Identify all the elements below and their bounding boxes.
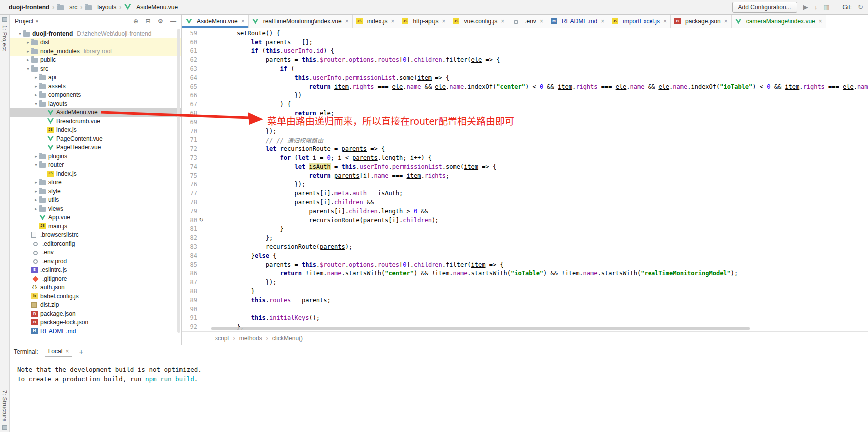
tab-close-icon[interactable]: ×: [241, 18, 245, 25]
tree-item[interactable]: bbabel.config.js: [10, 292, 181, 301]
chevron-down-icon[interactable]: ▾: [17, 31, 23, 36]
tree-item[interactable]: ▸utils: [10, 196, 181, 205]
tree-item[interactable]: ▸views: [10, 204, 181, 213]
tree-item[interactable]: PageContent.vue: [10, 134, 181, 143]
tab-close-icon[interactable]: ×: [540, 18, 543, 25]
code-line[interactable]: 87 });: [182, 278, 868, 287]
tab-close-icon[interactable]: ×: [724, 18, 728, 25]
editor-tab[interactable]: JSindex.js×: [353, 15, 399, 28]
tree-item[interactable]: ▸store: [10, 178, 181, 187]
tree-item[interactable]: ▾duoji-frontendD:\zheheWeb\duoji-fronten…: [10, 29, 181, 38]
chevron-right-icon[interactable]: ▸: [33, 180, 39, 185]
settings-icon[interactable]: ⚙: [158, 18, 163, 25]
collapse-all-icon[interactable]: ⊟: [145, 18, 150, 25]
code-line[interactable]: 65 return item.rights === ele.name && el…: [182, 82, 868, 91]
tab-close-icon[interactable]: ×: [601, 18, 604, 25]
chevron-right-icon[interactable]: ▸: [33, 197, 39, 202]
tree-item[interactable]: .editorconfig: [10, 239, 181, 248]
code-line[interactable]: 60 let parents = [];: [182, 38, 868, 47]
code-line[interactable]: 75 return parents[i].name === item.right…: [182, 171, 868, 180]
code-line[interactable]: 62 parents = this.$router.options.routes…: [182, 55, 868, 64]
editor-breadcrumb-item[interactable]: clickMenu(): [272, 335, 303, 342]
chevron-right-icon[interactable]: ▸: [25, 57, 31, 62]
tree-item[interactable]: Breadcrumb.vue: [10, 117, 181, 126]
tree-item[interactable]: .env.prod: [10, 257, 181, 266]
code-line[interactable]: 76 });: [182, 180, 868, 189]
project-view-selector[interactable]: Project ▾: [15, 18, 38, 25]
chevron-down-icon[interactable]: ▾: [33, 101, 39, 106]
editor-breadcrumb-item[interactable]: script: [215, 335, 229, 342]
horizontal-scrollbar[interactable]: [211, 327, 750, 330]
new-terminal-button[interactable]: +: [79, 347, 83, 356]
tree-item[interactable]: App.vue: [10, 213, 181, 222]
editor-tab[interactable]: MREADME.md×: [547, 15, 608, 28]
chevron-right-icon[interactable]: ▸: [25, 49, 31, 54]
code-line[interactable]: 86 return !item.name.startsWith("center"…: [182, 269, 868, 278]
project-tool-window-button[interactable]: 1: Project: [2, 25, 8, 51]
tree-item[interactable]: JSmain.js: [10, 222, 181, 231]
code-line[interactable]: 78 parents[i].children &&: [182, 198, 868, 207]
tab-close-icon[interactable]: ×: [501, 18, 504, 25]
code-line[interactable]: 80↻ recursionRoute(parents[i].children);: [182, 216, 868, 225]
update-project-icon[interactable]: ↓: [814, 4, 818, 10]
tree-item[interactable]: JSindex.js: [10, 169, 181, 178]
code-line[interactable]: 91 this.initialKeys();: [182, 314, 868, 323]
code-line[interactable]: 70 });: [182, 127, 868, 136]
tree-item[interactable]: ▾src: [10, 64, 181, 73]
tree-item[interactable]: .gitignore: [10, 274, 181, 283]
tree-item[interactable]: dist.zip: [10, 301, 181, 310]
code-line[interactable]: 61 if (this.userInfo.id) {: [182, 47, 868, 56]
structure-tool-window-button[interactable]: 7: Structure: [2, 390, 8, 422]
code-line[interactable]: 85 parents = this.$router.options.routes…: [182, 260, 868, 269]
code-line[interactable]: 79 parents[i].children.length > 0 &&: [182, 207, 868, 216]
chevron-right-icon[interactable]: ▸: [33, 75, 39, 80]
editor-tab[interactable]: .env×: [508, 15, 547, 28]
tree-item[interactable]: {}auth.json: [10, 283, 181, 292]
code-line[interactable]: 67 ) {: [182, 100, 868, 109]
chevron-right-icon[interactable]: ▸: [25, 40, 31, 45]
code-line[interactable]: 82 };: [182, 233, 868, 242]
close-icon[interactable]: ×: [65, 348, 69, 355]
tab-close-icon[interactable]: ×: [391, 18, 394, 25]
project-tree-scrollbar[interactable]: [177, 29, 180, 333]
tree-item[interactable]: npackage.json: [10, 309, 181, 318]
breadcrumb-item[interactable]: layouts: [97, 4, 116, 11]
vcs-refresh-icon[interactable]: ↻: [858, 4, 863, 10]
tree-item[interactable]: npackage-lock.json: [10, 318, 181, 327]
tab-close-icon[interactable]: ×: [663, 18, 667, 25]
tree-item[interactable]: AsideMenu.vue: [10, 108, 181, 117]
tree-item[interactable]: .browserslistrc: [10, 231, 181, 240]
tree-item[interactable]: ▸api: [10, 73, 181, 82]
editor-tab[interactable]: cameraManage\index.vue×: [732, 15, 826, 28]
chevron-down-icon[interactable]: ▾: [33, 162, 39, 167]
chevron-right-icon[interactable]: ▸: [33, 206, 39, 211]
tree-item[interactable]: ▸assets: [10, 82, 181, 91]
tab-close-icon[interactable]: ×: [345, 18, 349, 25]
chevron-right-icon[interactable]: ▸: [33, 154, 39, 159]
grid-icon[interactable]: ▦: [823, 4, 829, 10]
project-tool-icon[interactable]: [2, 17, 7, 22]
editor-tab[interactable]: npackage.json×: [671, 15, 732, 28]
tab-close-icon[interactable]: ×: [819, 18, 822, 25]
tree-item[interactable]: ▸public: [10, 56, 181, 65]
chevron-right-icon[interactable]: ▸: [33, 84, 39, 89]
code-line[interactable]: 71 // // 递归权限路由: [182, 136, 868, 145]
code-line[interactable]: 89 this.routes = parents;: [182, 296, 868, 305]
editor-tab[interactable]: AsideMenu.vue×: [182, 15, 249, 28]
tree-item[interactable]: ▸plugins: [10, 152, 181, 161]
tree-item[interactable]: JSindex.js: [10, 126, 181, 135]
hide-panel-icon[interactable]: —: [170, 18, 176, 25]
code-line[interactable]: 88 }: [182, 287, 868, 296]
code-editor[interactable]: 59 setRoute() {60 let parents = [];61 if…: [182, 28, 868, 331]
tab-close-icon[interactable]: ×: [442, 18, 445, 25]
tree-item[interactable]: ▸dist: [10, 38, 181, 47]
tree-item[interactable]: ▸style: [10, 187, 181, 196]
code-line[interactable]: 81 }: [182, 225, 868, 234]
tree-item[interactable]: ▾layouts: [10, 99, 181, 108]
add-configuration-button[interactable]: Add Configuration...: [732, 2, 797, 13]
code-line[interactable]: 72 let recursionRoute = parents => {: [182, 144, 868, 153]
tree-item[interactable]: E.eslintrc.js: [10, 266, 181, 275]
tree-item[interactable]: ▸components: [10, 91, 181, 100]
tree-item[interactable]: MREADME.md: [10, 327, 181, 336]
tree-item[interactable]: ▾router: [10, 161, 181, 170]
